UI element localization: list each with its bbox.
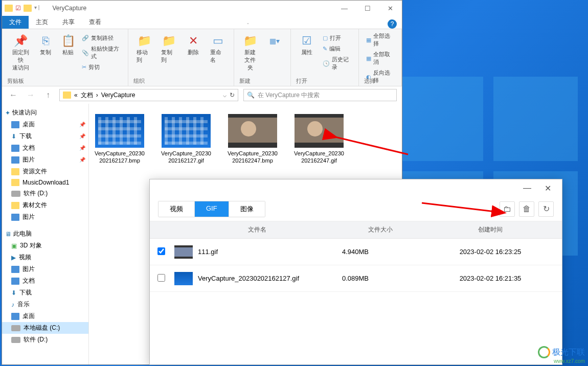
file-item[interactable]: VeryCapture_20230202162247.bmp bbox=[227, 114, 278, 165]
sidebar-item-documents[interactable]: 文档📌 bbox=[2, 142, 88, 154]
sidebar-thispc[interactable]: 🖥此电脑 bbox=[2, 228, 88, 240]
copy-path-button[interactable]: 🔗复制路径 bbox=[80, 33, 123, 43]
sidebar-item-downloads[interactable]: ⬇下载📌 bbox=[2, 130, 88, 142]
selectnone-button[interactable]: ▦全部取消 bbox=[364, 50, 396, 67]
moveto-button[interactable]: 📁移动到 bbox=[133, 31, 155, 66]
forward-button[interactable]: → bbox=[25, 89, 37, 101]
folder-icon bbox=[11, 179, 19, 186]
refresh-button[interactable]: ↻ bbox=[538, 201, 554, 217]
newfolder-icon: 📁 bbox=[242, 33, 258, 49]
newitem-button[interactable]: ▦▾ bbox=[264, 31, 285, 51]
open-button[interactable]: ▢打开 bbox=[321, 33, 353, 43]
addr-dropdown-icon[interactable]: ⌵ bbox=[223, 92, 227, 99]
close-button[interactable]: ✕ bbox=[537, 184, 558, 193]
pin-button[interactable]: 📌固定到快 速访问 bbox=[7, 31, 34, 74]
desktop-icon bbox=[11, 313, 19, 320]
row-time: 2023-02-02 16:21:35 bbox=[419, 274, 562, 282]
breadcrumb-seg[interactable]: VeryCapture bbox=[101, 92, 135, 99]
row-checkbox[interactable] bbox=[157, 247, 165, 255]
sidebar-item-documents2[interactable]: 文档 bbox=[2, 275, 88, 287]
file-item[interactable]: VeryCapture_20230202162127.gif bbox=[161, 114, 212, 165]
edit-icon: ✎ bbox=[323, 45, 327, 52]
col-time[interactable]: 创建时间 bbox=[419, 225, 562, 234]
table-row[interactable]: 111.gif 4.940MB 2023-02-02 16:23:25 bbox=[150, 239, 562, 265]
sidebar-item-material[interactable]: 素材文件 bbox=[2, 199, 88, 211]
table-row[interactable]: VeryCapture_20230202162127.gif 0.089MB 2… bbox=[150, 265, 562, 292]
tab-image[interactable]: 图像 bbox=[229, 201, 265, 217]
file-thumbnail bbox=[95, 114, 144, 148]
qat-dropdown-icon[interactable]: ▾ | bbox=[34, 5, 39, 12]
app2-toolbar: 视频 GIF 图像 🗀 🗑 ↻ bbox=[150, 197, 562, 221]
paste-button[interactable]: 📋粘贴 bbox=[57, 31, 79, 58]
address-bar[interactable]: « 文档 › VeryCapture ⌵ ↻ bbox=[59, 89, 238, 101]
tab-view[interactable]: 查看 bbox=[82, 16, 108, 29]
sidebar-item-desktop2[interactable]: 桌面 bbox=[2, 310, 88, 322]
paste-icon: 📋 bbox=[60, 33, 76, 49]
documents-icon bbox=[11, 145, 19, 152]
properties-icon: ☑ bbox=[299, 33, 314, 49]
newfolder-button[interactable]: 📁新建 文件夹 bbox=[239, 31, 261, 74]
tab-home[interactable]: 主页 bbox=[29, 16, 55, 29]
file-item[interactable]: VeryCapture_20230202162127.bmp bbox=[94, 114, 145, 165]
sidebar-item-diskd2[interactable]: 软件 (D:) bbox=[2, 334, 88, 346]
breadcrumb-sep: « bbox=[74, 92, 78, 99]
ribbon-expand-icon[interactable]: ˇ bbox=[244, 23, 252, 29]
sidebar-item-videos[interactable]: ▶视频 bbox=[2, 251, 88, 263]
sidebar-item-musics[interactable]: ♪音乐 bbox=[2, 299, 88, 310]
minimize-button[interactable]: — bbox=[517, 184, 537, 193]
breadcrumb-seg[interactable]: 文档 bbox=[81, 91, 93, 100]
app2-titlebar: — ✕ bbox=[150, 179, 562, 197]
rename-button[interactable]: ▭重命名 bbox=[207, 31, 229, 66]
delete-button[interactable]: 🗑 bbox=[519, 201, 534, 217]
cut-button[interactable]: ✂剪切 bbox=[80, 62, 123, 72]
newitem-icon: ▦▾ bbox=[267, 33, 282, 49]
tab-share[interactable]: 共享 bbox=[55, 16, 82, 29]
close-button[interactable]: ✕ bbox=[379, 1, 402, 16]
row-filename: 111.gif bbox=[198, 248, 218, 256]
row-thumbnail bbox=[174, 245, 193, 259]
file-name-label: VeryCapture_20230202162127.bmp bbox=[94, 150, 145, 165]
qat-check-icon[interactable]: ☑ bbox=[15, 5, 21, 12]
sidebar-item-diskc[interactable]: 本地磁盘 (C:) bbox=[2, 322, 88, 334]
selectall-button[interactable]: ▦全部选择 bbox=[364, 31, 396, 49]
open-folder-button[interactable]: 🗀 bbox=[500, 201, 515, 217]
help-icon[interactable]: ? bbox=[388, 19, 397, 29]
sidebar-item-music[interactable]: MusicDownload1 bbox=[2, 177, 88, 188]
sidebar-item-desktop[interactable]: 桌面📌 bbox=[2, 119, 88, 130]
row-checkbox[interactable] bbox=[157, 274, 165, 282]
ribbon-tabs: 文件 主页 共享 查看 ˇ ? bbox=[2, 16, 402, 29]
up-button[interactable]: ↑ bbox=[42, 89, 54, 101]
disk-icon bbox=[11, 191, 20, 197]
tab-gif[interactable]: GIF bbox=[195, 201, 229, 217]
history-button[interactable]: 🕓历史记录 bbox=[321, 55, 353, 72]
edit-button[interactable]: ✎编辑 bbox=[321, 44, 353, 54]
folder-icon bbox=[11, 202, 19, 209]
pin-icon: 📌 bbox=[13, 33, 28, 49]
sidebar-item-resources[interactable]: 资源文件 bbox=[2, 166, 88, 177]
sidebar-quickaccess[interactable]: ✦快速访问 bbox=[2, 107, 88, 119]
sidebar-item-downloads2[interactable]: ⬇下载 bbox=[2, 287, 88, 299]
minimize-button[interactable]: — bbox=[333, 1, 356, 16]
sidebar-item-pictures3[interactable]: 图片 bbox=[2, 263, 88, 275]
sidebar-item-3d[interactable]: ▣3D 对象 bbox=[2, 240, 88, 251]
copyto-button[interactable]: 📁复制到 bbox=[158, 31, 179, 66]
folder-icon bbox=[5, 5, 13, 12]
sidebar-item-pictures[interactable]: 图片📌 bbox=[2, 154, 88, 166]
sidebar-item-pictures2[interactable]: 图片 bbox=[2, 211, 88, 223]
folder-icon: 🗀 bbox=[503, 204, 511, 214]
maximize-button[interactable]: ☐ bbox=[356, 1, 379, 16]
delete-button[interactable]: ✕删除 bbox=[183, 31, 204, 58]
back-button[interactable]: ← bbox=[7, 89, 19, 101]
col-name[interactable]: 文件名 bbox=[172, 225, 342, 234]
tab-file[interactable]: 文件 bbox=[2, 16, 29, 29]
col-size[interactable]: 文件大小 bbox=[342, 225, 419, 234]
search-input[interactable]: 🔍 在 VeryCapture 中搜索 bbox=[243, 89, 397, 101]
sidebar-item-diskd[interactable]: 软件 (D:) bbox=[2, 188, 88, 199]
properties-button[interactable]: ☑属性 bbox=[296, 31, 318, 58]
copy-button[interactable]: ⎘复制 bbox=[35, 31, 56, 58]
refresh-button[interactable]: ↻ bbox=[230, 92, 235, 99]
file-item[interactable]: VeryCapture_20230202162247.gif bbox=[293, 114, 345, 165]
tab-video[interactable]: 视频 bbox=[159, 201, 195, 217]
paste-shortcut-button[interactable]: 📎粘贴快捷方式 bbox=[80, 44, 123, 61]
folder-icon bbox=[11, 168, 19, 175]
